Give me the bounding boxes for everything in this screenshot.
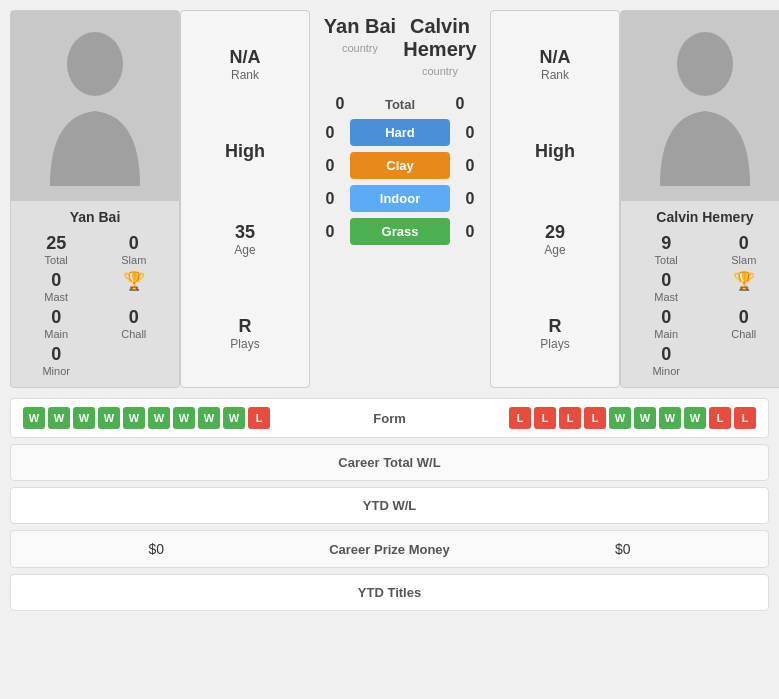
p2-form-badge: W	[659, 407, 681, 429]
player1-mast-value: 0	[51, 270, 61, 291]
form-section: WWWWWWWWWL Form LLLLWWWWLL	[10, 398, 769, 438]
p1-form-badge: W	[173, 407, 195, 429]
form-label: Form	[340, 411, 440, 426]
form-row: WWWWWWWWWL Form LLLLWWWWLL	[11, 399, 768, 437]
player2-chall-label: Chall	[731, 328, 756, 340]
player1-mast-label: Mast	[44, 291, 68, 303]
player2-plays-item: R Plays	[540, 316, 569, 351]
player1-main-value: 0	[51, 307, 61, 328]
player2-total-value: 9	[661, 233, 671, 254]
player2-silhouette	[650, 26, 760, 186]
svg-point-0	[67, 32, 123, 96]
hard-surface-btn[interactable]: Hard	[350, 119, 450, 146]
player1-high-value: High	[225, 141, 265, 162]
p2-form-badge: W	[634, 407, 656, 429]
surface-row-grass: 0 Grass 0	[320, 218, 480, 245]
player1-stats-grid: 25 Total 0 Slam 0 Mast 🏆 0 Main	[19, 233, 170, 377]
center-panel: Yan Bai country Calvin Hemery country 0 …	[310, 10, 490, 388]
indoor-surface-btn[interactable]: Indoor	[350, 185, 450, 212]
player2-slam-cell: 0 Slam	[707, 233, 779, 266]
player1-prize: $0	[23, 541, 290, 557]
player2-main-label: Main	[654, 328, 678, 340]
ytd-titles-row: YTD Titles	[10, 574, 769, 611]
player1-total-label: Total	[45, 254, 68, 266]
indoor-score-right: 0	[460, 190, 480, 208]
surface-row-clay: 0 Clay 0	[320, 152, 480, 179]
p2-form-badge: W	[684, 407, 706, 429]
player1-high-item: High	[225, 141, 265, 162]
hard-score-right: 0	[460, 124, 480, 142]
player2-high-value: High	[535, 141, 575, 162]
hard-score-left: 0	[320, 124, 340, 142]
p2-form-badge: L	[534, 407, 556, 429]
p1-form-badge: W	[98, 407, 120, 429]
p1-form-badge: L	[248, 407, 270, 429]
player1-total-cell: 25 Total	[19, 233, 93, 266]
player-comparison: Yan Bai 25 Total 0 Slam 0 Mast 🏆	[10, 10, 769, 388]
player2-rank-label: Rank	[540, 68, 571, 82]
player1-main-cell: 0 Main	[19, 307, 93, 340]
ytd-wl-label: YTD W/L	[290, 498, 490, 513]
player2-chall-cell: 0 Chall	[707, 307, 779, 340]
svg-point-1	[677, 32, 733, 96]
clay-surface-btn[interactable]: Clay	[350, 152, 450, 179]
indoor-score-left: 0	[320, 190, 340, 208]
player1-country: country	[320, 42, 400, 54]
player1-chall-label: Chall	[121, 328, 146, 340]
player2-mast-label: Mast	[654, 291, 678, 303]
player2-mast-value: 0	[661, 270, 671, 291]
player1-minor-cell: 0 Minor	[19, 344, 93, 377]
player1-age-value: 35	[234, 222, 255, 243]
p1-form-badge: W	[123, 407, 145, 429]
clay-score-left: 0	[320, 157, 340, 175]
total-score-right: 0	[450, 95, 470, 113]
total-label: Total	[360, 97, 440, 112]
player2-name-label: Calvin Hemery	[656, 209, 753, 225]
player1-chall-value: 0	[129, 307, 139, 328]
player1-minor-value: 0	[51, 344, 61, 365]
p2-form-badge: L	[509, 407, 531, 429]
surface-row-hard: 0 Hard 0	[320, 119, 480, 146]
p1-form-badge: W	[198, 407, 220, 429]
player1-rank-item: N/A Rank	[230, 47, 261, 82]
player1-mast-cell: 0 Mast	[19, 270, 93, 303]
player1-form-badges: WWWWWWWWWL	[23, 407, 340, 429]
player1-slam-label: Slam	[121, 254, 146, 266]
player2-slam-label: Slam	[731, 254, 756, 266]
player2-age-label: Age	[544, 243, 565, 257]
player2-info-panel: N/A Rank High 29 Age R Plays	[490, 10, 620, 388]
player2-prize: $0	[490, 541, 757, 557]
player2-stats-grid: 9 Total 0 Slam 0 Mast 🏆 0 Main	[629, 233, 779, 377]
player2-main-cell: 0 Main	[629, 307, 703, 340]
player1-minor-label: Minor	[42, 365, 70, 377]
player2-avatar	[621, 11, 779, 201]
player2-total-label: Total	[655, 254, 678, 266]
player2-plays-label: Plays	[540, 337, 569, 351]
main-container: Yan Bai 25 Total 0 Slam 0 Mast 🏆	[0, 0, 779, 627]
p2-form-badge: L	[709, 407, 731, 429]
grass-score-left: 0	[320, 223, 340, 241]
p1-form-badge: W	[48, 407, 70, 429]
career-prize-row: $0 Career Prize Money $0	[10, 530, 769, 568]
player1-total-value: 25	[46, 233, 66, 254]
player1-rank-label: Rank	[230, 68, 261, 82]
player1-slam-cell: 0 Slam	[97, 233, 171, 266]
player1-trophy-cell: 🏆	[97, 270, 171, 303]
player2-age-value: 29	[544, 222, 565, 243]
player1-chall-cell: 0 Chall	[97, 307, 171, 340]
total-score-left: 0	[330, 95, 350, 113]
surface-row-indoor: 0 Indoor 0	[320, 185, 480, 212]
career-total-label: Career Total W/L	[290, 455, 490, 470]
player2-slam-value: 0	[739, 233, 749, 254]
p2-form-badge: L	[734, 407, 756, 429]
p1-form-badge: W	[223, 407, 245, 429]
ytd-wl-row: YTD W/L	[10, 487, 769, 524]
grass-surface-btn[interactable]: Grass	[350, 218, 450, 245]
player2-minor-value: 0	[661, 344, 671, 365]
player1-age-item: 35 Age	[234, 222, 255, 257]
p2-form-badge: L	[559, 407, 581, 429]
player2-high-item: High	[535, 141, 575, 162]
player2-mast-cell: 0 Mast	[629, 270, 703, 303]
player1-info-panel: N/A Rank High 35 Age R Plays	[180, 10, 310, 388]
p1-form-badge: W	[148, 407, 170, 429]
